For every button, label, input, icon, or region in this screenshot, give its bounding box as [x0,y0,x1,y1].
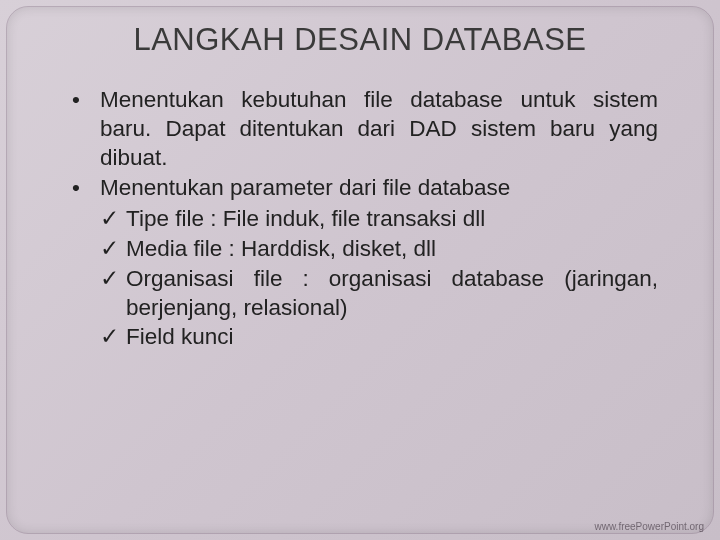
check-item: ✓ Organisasi file : organisasi database … [100,265,658,323]
bullet-item: • Menentukan kebutuhan file database unt… [72,86,658,172]
bullet-item: • Menentukan parameter dari file databas… [72,174,658,203]
slide-content: • Menentukan kebutuhan file database unt… [40,86,680,352]
check-item: ✓ Tipe file : File induk, file transaksi… [100,205,658,234]
check-list: ✓ Tipe file : File induk, file transaksi… [100,205,658,352]
bullet-icon: • [72,86,100,172]
check-text: Tipe file : File induk, file transaksi d… [126,205,658,234]
checkmark-icon: ✓ [100,235,126,264]
check-text: Media file : Harddisk, disket, dll [126,235,658,264]
check-text: Field kunci [126,323,658,352]
checkmark-icon: ✓ [100,205,126,234]
footer-watermark: www.freePowerPoint.org [595,521,705,532]
slide-title: LANGKAH DESAIN DATABASE [40,22,680,58]
slide: LANGKAH DESAIN DATABASE • Menentukan keb… [0,0,720,540]
check-item: ✓ Media file : Harddisk, disket, dll [100,235,658,264]
check-item: ✓ Field kunci [100,323,658,352]
bullet-text: Menentukan kebutuhan file database untuk… [100,86,658,172]
checkmark-icon: ✓ [100,265,126,323]
checkmark-icon: ✓ [100,323,126,352]
check-text: Organisasi file : organisasi database (j… [126,265,658,323]
bullet-icon: • [72,174,100,203]
bullet-text: Menentukan parameter dari file database [100,174,658,203]
